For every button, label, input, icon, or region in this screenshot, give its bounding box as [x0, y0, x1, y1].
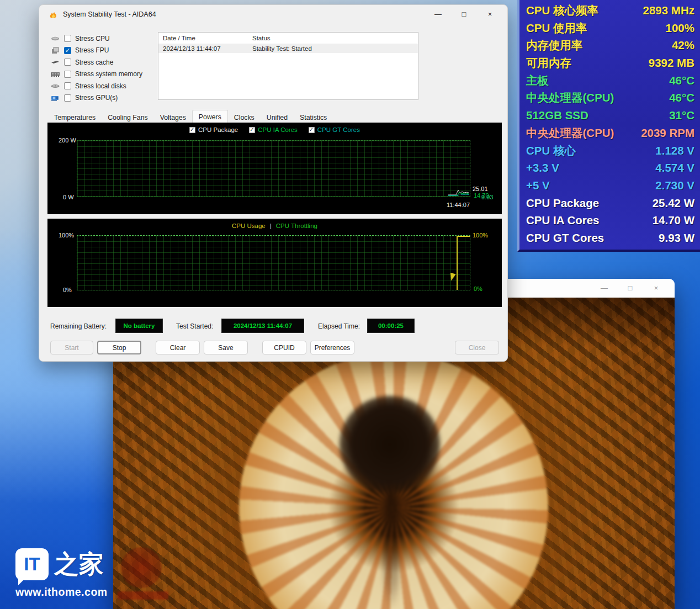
- sensor-label: 内存使用率: [526, 37, 583, 54]
- test-started-label: Test Started:: [176, 322, 213, 330]
- sensor-value: 31°C: [669, 107, 694, 124]
- stress-options-list: Stress CPU Stress FPU Stress cache Stres…: [50, 33, 142, 104]
- cpuid-button[interactable]: CPUID: [262, 341, 306, 354]
- sensor-label: CPU GT Cores: [526, 230, 604, 246]
- close-icon[interactable]: ×: [643, 279, 669, 298]
- stop-button[interactable]: Stop: [97, 341, 141, 354]
- current-package-value: 25.01: [473, 186, 488, 192]
- sensor-value: 9392 MB: [649, 55, 694, 71]
- clear-button[interactable]: Clear: [156, 341, 200, 354]
- power-chart-legend: CPU Package CPU IA Cores CPU GT Cores: [47, 126, 502, 133]
- maximize-icon[interactable]: □: [617, 279, 643, 298]
- legend-checkbox[interactable]: [189, 127, 195, 133]
- y-axis-min-label: 0 W: [63, 194, 74, 200]
- battery-label: Remaining Battery:: [50, 322, 107, 330]
- usage-chart-title: CPU Usage | CPU Throttling: [47, 223, 502, 229]
- stress-memory-row[interactable]: Stress system memory: [50, 68, 142, 81]
- sensor-row: CPU 使用率100%: [526, 20, 694, 36]
- elapsed-time-label: Elapsed Time:: [318, 322, 360, 330]
- fractal-eye-streak: [384, 491, 399, 609]
- sensor-row: CPU Package25.42 W: [526, 195, 694, 211]
- stress-cache-row[interactable]: Stress cache: [50, 56, 142, 68]
- sensor-value: 14.70 W: [653, 212, 694, 229]
- sensor-label: 可用内存: [526, 55, 571, 71]
- elapsed-time-display: 00:00:25: [367, 319, 415, 333]
- stress-gpu-checkbox[interactable]: [64, 94, 71, 102]
- sensor-row: +5 V2.730 V: [526, 177, 694, 194]
- sensor-value: 4.574 V: [655, 160, 694, 176]
- stress-memory-label: Stress system memory: [75, 70, 142, 78]
- stress-cache-label: Stress cache: [75, 59, 113, 66]
- cpu-icon: [50, 35, 60, 42]
- stress-disks-checkbox[interactable]: [64, 82, 71, 89]
- minimize-icon[interactable]: —: [425, 5, 451, 24]
- log-row-status: Stability Test: Started: [248, 45, 312, 52]
- save-button[interactable]: Save: [204, 341, 248, 354]
- stress-cpu-label: Stress CPU: [75, 35, 110, 43]
- minimize-icon[interactable]: —: [591, 279, 617, 298]
- sensor-value: 2.730 V: [655, 177, 694, 194]
- sensor-value: 100%: [666, 20, 694, 36]
- title-separator: |: [270, 223, 272, 229]
- red-logo-watermark-text: [118, 591, 168, 600]
- usage-title: CPU Usage: [232, 223, 266, 229]
- stress-gpu-row[interactable]: Stress GPU(s): [50, 92, 142, 104]
- close-icon[interactable]: ×: [477, 5, 503, 24]
- stress-cache-checkbox[interactable]: [64, 59, 71, 66]
- sensor-row: 512GB SSD31°C: [526, 107, 694, 124]
- sensor-label: 512GB SSD: [526, 107, 588, 124]
- test-started-display: 2024/12/13 11:44:07: [221, 319, 304, 333]
- stress-cpu-row[interactable]: Stress CPU: [50, 33, 142, 45]
- legend-cpu-ia-cores[interactable]: CPU IA Cores: [249, 126, 298, 133]
- sensor-label: CPU 核心: [526, 142, 576, 159]
- legend-checkbox[interactable]: [249, 127, 255, 133]
- sensor-label: +3.3 V: [526, 160, 559, 176]
- maximize-icon[interactable]: □: [451, 5, 477, 24]
- stress-fpu-checkbox[interactable]: [64, 47, 71, 54]
- usage-plot-area: [77, 235, 470, 290]
- usage-marker: [448, 273, 455, 282]
- legend-cpu-package[interactable]: CPU Package: [189, 126, 238, 133]
- log-row[interactable]: 2024/12/13 11:44:07 Stability Test: Star…: [158, 44, 418, 53]
- sensor-label: +5 V: [526, 177, 550, 194]
- cache-icon: [50, 60, 60, 65]
- fpu-icon: [50, 47, 60, 54]
- start-button[interactable]: Start: [50, 341, 93, 354]
- battery-display: No battery: [115, 319, 163, 333]
- stress-cpu-checkbox[interactable]: [64, 35, 71, 42]
- sensor-row: CPU 核心1.128 V: [526, 142, 694, 159]
- close-button[interactable]: Close: [455, 341, 499, 354]
- log-column-status[interactable]: Status: [248, 35, 271, 41]
- sensor-row: 中央处理器(CPU)46°C: [526, 89, 694, 106]
- stress-disks-row[interactable]: Stress local disks: [50, 80, 142, 92]
- sensor-value: 42%: [672, 37, 694, 54]
- stress-memory-checkbox[interactable]: [64, 71, 71, 78]
- sensor-label: CPU Package: [526, 195, 599, 211]
- preferences-button[interactable]: Preferences: [310, 341, 354, 354]
- legend-cpu-gt-cores[interactable]: CPU GT Cores: [309, 126, 360, 133]
- sensor-value: 46°C: [669, 89, 694, 106]
- sensor-row: +3.3 V4.574 V: [526, 160, 694, 176]
- sensor-value: 2039 RPM: [641, 125, 694, 141]
- legend-checkbox[interactable]: [309, 127, 315, 133]
- test-log-list[interactable]: Date / Time Status 2024/12/13 11:44:07 S…: [158, 32, 418, 100]
- sensor-label: 中央处理器(CPU): [526, 125, 614, 141]
- sensor-value: 46°C: [669, 72, 694, 89]
- usage-line-horizontal: [458, 236, 470, 237]
- power-plot-area: [77, 140, 470, 197]
- sensor-row: 主板46°C: [526, 72, 694, 89]
- log-column-datetime[interactable]: Date / Time: [158, 35, 248, 41]
- stress-disks-label: Stress local disks: [75, 82, 126, 90]
- power-chart: CPU Package CPU IA Cores CPU GT Cores 20…: [47, 123, 502, 214]
- y-axis-max-label: 100%: [59, 232, 74, 239]
- titlebar[interactable]: System Stability Test - AIDA64 — □ ×: [39, 5, 507, 24]
- sensor-value: 25.42 W: [653, 195, 694, 211]
- fractal-eye: [239, 353, 548, 609]
- stress-gpu-label: Stress GPU(s): [75, 94, 118, 102]
- stress-fpu-row[interactable]: Stress FPU: [50, 45, 142, 57]
- window-title: System Stability Test - AIDA64: [63, 10, 156, 18]
- sensor-row: CPU GT Cores9.93 W: [526, 230, 694, 246]
- sensor-label: 中央处理器(CPU): [526, 89, 614, 106]
- fractal-eye-pupil: [340, 396, 440, 493]
- aida64-app-icon: [49, 10, 58, 19]
